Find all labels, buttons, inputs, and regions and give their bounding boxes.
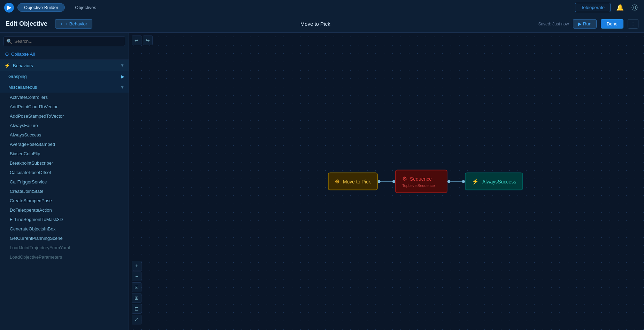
- canvas-title: Move to Pick: [300, 21, 330, 27]
- misc-items-list: ActivateControllersAddPointCloudToVector…: [0, 93, 129, 262]
- sidebar-item[interactable]: AlwaysSuccess: [0, 130, 129, 140]
- collapse-all-button[interactable]: ⊙ Collapse All: [0, 50, 129, 60]
- search-box: 🔍: [3, 36, 125, 46]
- subheader: Edit Objective + + Behavior Move to Pick…: [0, 15, 644, 33]
- root-node[interactable]: ❋ Move to Pick: [328, 173, 378, 190]
- main-layout: 🔍 ⊙ Collapse All ⚡ Behaviors ▼ Grasping …: [0, 33, 644, 330]
- root-node-title: Move to Pick: [343, 179, 371, 184]
- canvas-toolbar: ↩ ↪: [132, 36, 153, 45]
- sidebar-item[interactable]: GenerateObjectsInBox: [0, 224, 129, 234]
- sequence-node-title: Sequence: [410, 176, 432, 181]
- connector-1: [378, 181, 395, 182]
- sidebar-item[interactable]: ActivateControllers: [0, 93, 129, 102]
- sequence-node-icon: ⚙: [402, 175, 407, 182]
- sidebar-item[interactable]: CreateStampedPose: [0, 196, 129, 205]
- add-behavior-button[interactable]: + + Behavior: [55, 19, 92, 29]
- connector-2: [447, 181, 465, 182]
- behavior-tree: ❋ Move to Pick ⚙ Sequence TopLevelSequen…: [328, 170, 523, 193]
- sidebar: 🔍 ⊙ Collapse All ⚡ Behaviors ▼ Grasping …: [0, 33, 129, 330]
- grasping-arrow-icon: ▶: [121, 74, 124, 79]
- plus-icon: +: [60, 21, 63, 26]
- more-options-button[interactable]: ⋮: [628, 19, 638, 29]
- sequence-node[interactable]: ⚙ Sequence TopLevelSequence: [395, 170, 447, 193]
- zoom-controls: + − ⊡ ⊞ ⊟ ⤢: [132, 261, 141, 324]
- root-node-icon: ❋: [335, 178, 339, 185]
- sidebar-item[interactable]: LoadObjectiveParameters: [0, 252, 129, 262]
- always-success-node[interactable]: ⚡ AlwaysSuccess: [465, 173, 523, 190]
- sidebar-item[interactable]: BreakpointSubscriber: [0, 158, 129, 168]
- sidebar-item[interactable]: FitLineSegmentToMask3D: [0, 215, 129, 224]
- sidebar-scroll: Grasping ▶ Miscellaneous ▼ ActivateContr…: [0, 71, 129, 262]
- sidebar-item[interactable]: BiasedCoinFlip: [0, 149, 129, 158]
- fullscreen-button[interactable]: ⤢: [132, 315, 141, 324]
- redo-button[interactable]: ↪: [143, 36, 153, 45]
- sidebar-item[interactable]: DoTeleoperateAction: [0, 205, 129, 215]
- done-button[interactable]: Done: [601, 19, 623, 29]
- sidebar-item[interactable]: CalculatePoseOffset: [0, 168, 129, 177]
- action-node-icon: ⚡: [472, 178, 479, 185]
- behaviors-section-header[interactable]: ⚡ Behaviors ▼: [0, 60, 129, 71]
- miscellaneous-section-header[interactable]: Miscellaneous ▼: [0, 82, 129, 93]
- behaviors-arrow-icon: ▼: [120, 63, 124, 68]
- topbar: ▶ Objective Builder Objectives Teleopera…: [0, 0, 644, 15]
- seq-header: ⚙ Sequence: [402, 175, 432, 182]
- saved-status: Saved: Just now: [538, 22, 569, 26]
- canvas-area[interactable]: ↩ ↪ ❋ Move to Pick ⚙ Sequence TopLevelSe…: [129, 33, 644, 330]
- grasping-section-header[interactable]: Grasping ▶: [0, 71, 129, 82]
- sidebar-item[interactable]: CreateJointState: [0, 187, 129, 196]
- brand-logo: ▶: [4, 3, 14, 13]
- tab-objectives[interactable]: Objectives: [68, 3, 103, 12]
- run-button[interactable]: ▶ Run: [573, 19, 596, 29]
- sidebar-item[interactable]: AddPoseStampedToVector: [0, 111, 129, 121]
- undo-button[interactable]: ↩: [132, 36, 141, 45]
- bolt-icon: ⚡: [4, 63, 10, 68]
- collapse-icon: ⊙: [5, 51, 9, 57]
- teleoperate-button[interactable]: Teleoperate: [575, 3, 611, 12]
- action-node-title: AlwaysSuccess: [482, 179, 516, 184]
- search-input[interactable]: [3, 36, 125, 46]
- sidebar-item[interactable]: AlwaysFailure: [0, 121, 129, 130]
- sidebar-item[interactable]: GetCurrentPlanningScene: [0, 234, 129, 243]
- topbar-right: Teleoperate 🔔 ⓪: [575, 3, 640, 13]
- notification-button[interactable]: 🔔: [614, 3, 626, 12]
- fit-all-button[interactable]: ⊡: [132, 282, 141, 292]
- page-title: Edit Objective: [6, 20, 47, 28]
- misc-arrow-icon: ▼: [120, 85, 124, 90]
- zoom-in-button[interactable]: +: [132, 261, 141, 270]
- zoom-out-button[interactable]: −: [132, 272, 141, 281]
- sidebar-item[interactable]: LoadJointTrajectoryFromYaml: [0, 243, 129, 252]
- expand-button[interactable]: ⊟: [132, 304, 141, 314]
- fit-selection-button[interactable]: ⊞: [132, 293, 141, 303]
- sidebar-item[interactable]: AddPointCloudToVector: [0, 102, 129, 111]
- sequence-node-subtitle: TopLevelSequence: [402, 183, 435, 188]
- behaviors-section: ⚡ Behaviors ▼ Grasping ▶ Miscellaneous ▼…: [0, 60, 129, 262]
- tab-objective-builder[interactable]: Objective Builder: [17, 3, 65, 12]
- sidebar-item[interactable]: AveragePoseStamped: [0, 140, 129, 149]
- help-button[interactable]: ⓪: [629, 3, 640, 13]
- sidebar-item[interactable]: CallTriggerService: [0, 177, 129, 187]
